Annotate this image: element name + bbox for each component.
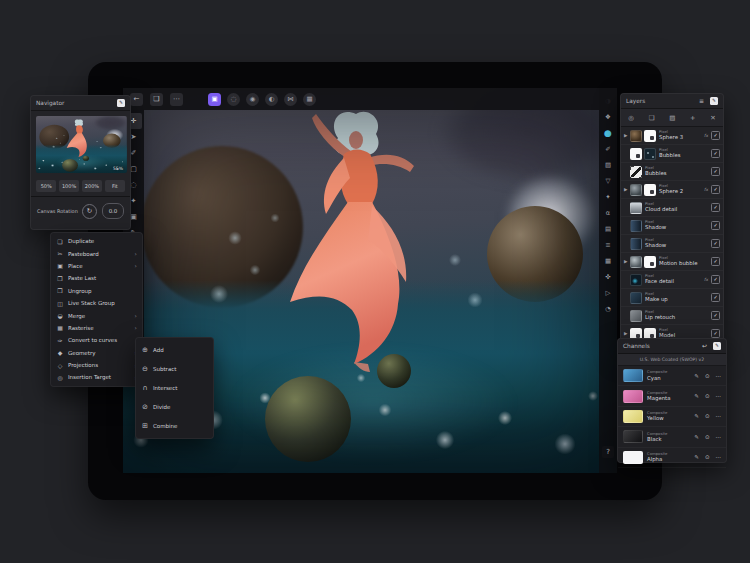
channel-row[interactable]: Composite Alpha ✎ ⊙ ⋯	[618, 448, 726, 468]
studio-icon[interactable]: ✜	[601, 271, 615, 283]
help-button[interactable]: ?	[602, 446, 614, 458]
detach-panel-icon[interactable]: ✎	[117, 99, 125, 107]
layer-thumbnail[interactable]	[630, 184, 642, 196]
zoom-button[interactable]: Fit	[105, 180, 125, 192]
channel-row[interactable]: Composite Magenta ✎ ⊙ ⋯	[618, 386, 726, 406]
submenu-item[interactable]: ⊖ Subtract	[136, 359, 213, 378]
menu-item[interactable]: ▦ Rasterise ›	[51, 322, 142, 334]
menu-item[interactable]: ▣ Place ›	[51, 260, 142, 272]
channel-edit-icon[interactable]: ✎	[694, 413, 699, 419]
layer-thumbnail[interactable]	[644, 148, 656, 160]
layers-toolbar-icon[interactable]: ◎	[628, 114, 634, 122]
layer-thumbnail[interactable]	[630, 130, 642, 142]
layer-thumbnail[interactable]	[630, 274, 642, 286]
document-icon[interactable]: ❑	[150, 93, 163, 106]
rotate-canvas-icon[interactable]: ↻	[82, 204, 97, 219]
layer-visibility-checkbox[interactable]: ✓	[711, 131, 720, 140]
studio-icon[interactable]: ▷	[601, 287, 615, 299]
layer-visibility-checkbox[interactable]: ✓	[711, 221, 720, 230]
studio-icon[interactable]: ≡	[601, 239, 615, 251]
layers-toolbar-icon[interactable]: +	[690, 114, 695, 122]
more-options-icon[interactable]: ⋯	[170, 93, 183, 106]
back-icon[interactable]: ←	[130, 93, 143, 106]
zoom-button[interactable]: 100%	[59, 180, 79, 192]
channel-more-icon[interactable]: ⋯	[716, 373, 722, 379]
submenu-item[interactable]: ∩ Intersect	[136, 378, 213, 397]
channel-edit-icon[interactable]: ✎	[694, 373, 699, 379]
studio-icon[interactable]: ✦	[601, 191, 615, 203]
layer-visibility-checkbox[interactable]: ✓	[711, 149, 720, 158]
layer-visibility-checkbox[interactable]: ✓	[711, 275, 720, 284]
layer-row[interactable]: ▶ Pixel Lip retouch fx ✓	[621, 307, 723, 325]
layer-row[interactable]: ▶ Pixel Face detail fx ✓	[621, 271, 723, 289]
layer-thumbnail[interactable]	[630, 256, 642, 268]
channel-visibility-icon[interactable]: ⊙	[705, 413, 710, 419]
studio-icon[interactable]: ▤	[601, 223, 615, 235]
channel-edit-icon[interactable]: ✎	[694, 454, 699, 460]
layer-visibility-checkbox[interactable]: ✓	[711, 311, 720, 320]
menu-item[interactable]: ◇ Projections ›	[51, 359, 142, 371]
layer-visibility-checkbox[interactable]: ✓	[711, 203, 720, 212]
layer-row[interactable]: ▶ Pixel Bubbles fx ✓	[621, 163, 723, 181]
layer-row[interactable]: ▶ Pixel Make up fx ✓	[621, 289, 723, 307]
channel-edit-icon[interactable]: ✎	[694, 434, 699, 440]
layer-row[interactable]: ▶ Pixel Sphere 2 fx ✓	[621, 181, 723, 199]
persona-icon[interactable]: ⋈	[284, 93, 297, 106]
channel-visibility-icon[interactable]: ⊙	[705, 454, 710, 460]
layer-thumbnail[interactable]	[630, 166, 642, 178]
channel-row[interactable]: Composite Cyan ✎ ⊙ ⋯	[618, 366, 726, 386]
zoom-button[interactable]: 200%	[82, 180, 102, 192]
layer-visibility-checkbox[interactable]: ✓	[711, 167, 720, 176]
channel-row[interactable]: Composite Black ✎ ⊙ ⋯	[618, 427, 726, 447]
channel-more-icon[interactable]: ⋯	[716, 393, 722, 399]
menu-item[interactable]: ◫ Live Stack Group ›	[51, 297, 142, 309]
layer-thumbnail[interactable]	[644, 256, 656, 268]
layer-row[interactable]: ▶ Pixel Bubbles fx ✓	[621, 145, 723, 163]
layer-thumbnail[interactable]	[630, 238, 642, 250]
layer-row[interactable]: ▶ Pixel Sphere 3 fx ✓	[621, 127, 723, 145]
layer-visibility-checkbox[interactable]: ✓	[711, 293, 720, 302]
zoom-button[interactable]: 50%	[36, 180, 56, 192]
layers-toolbar-icon[interactable]: ✕	[710, 114, 715, 122]
studio-icon[interactable]: ◔	[601, 303, 615, 315]
layer-thumbnail[interactable]	[644, 130, 656, 142]
layer-thumbnail[interactable]	[630, 202, 642, 214]
submenu-item[interactable]: ⊘ Divide	[136, 398, 213, 417]
submenu-item[interactable]: ⊞ Combine	[136, 417, 213, 436]
menu-item[interactable]: ❒ Ungroup ›	[51, 285, 142, 297]
studio-icon[interactable]: ❖	[601, 111, 615, 123]
menu-item[interactable]: ✂ Pasteboard ›	[51, 247, 142, 259]
channel-visibility-icon[interactable]: ⊙	[705, 434, 710, 440]
layer-row[interactable]: ▶ Pixel Shadow fx ✓	[621, 217, 723, 235]
persona-icon[interactable]: ◐	[265, 93, 278, 106]
layers-toolbar-icon[interactable]: ▨	[669, 114, 675, 122]
layers-menu-icon[interactable]: ≡	[697, 97, 706, 105]
layer-thumbnail[interactable]	[630, 310, 642, 322]
persona-icon[interactable]: ◌	[227, 93, 240, 106]
layer-row[interactable]: ▶ Pixel Motion bubble fx ✓	[621, 253, 723, 271]
studio-icon[interactable]: ▨	[601, 159, 615, 171]
persona-icon[interactable]: ◉	[246, 93, 259, 106]
menu-item[interactable]: ◎ Insertion Target ›	[51, 371, 142, 383]
channel-edit-icon[interactable]: ✎	[694, 393, 699, 399]
studio-icon[interactable]: ▦	[601, 255, 615, 267]
channel-more-icon[interactable]: ⋯	[716, 434, 722, 440]
menu-item[interactable]: ◆ Geometry ›	[51, 347, 142, 359]
channel-more-icon[interactable]: ⋯	[716, 413, 722, 419]
studio-icon[interactable]: ▽	[601, 175, 615, 187]
detach-panel-icon[interactable]: ✎	[710, 97, 718, 105]
channel-visibility-icon[interactable]: ⊙	[705, 393, 710, 399]
layer-row[interactable]: ▶ Pixel Cloud detail fx ✓	[621, 199, 723, 217]
channel-row[interactable]: Composite Yellow ✎ ⊙ ⋯	[618, 407, 726, 427]
layer-visibility-checkbox[interactable]: ✓	[711, 239, 720, 248]
persona-icon[interactable]: ▣	[208, 93, 221, 106]
navigator-thumbnail[interactable]: 55%	[36, 116, 125, 173]
detach-panel-icon[interactable]: ✎	[713, 342, 721, 350]
menu-item[interactable]: ✑ Convert to curves ›	[51, 334, 142, 346]
channel-more-icon[interactable]: ⋯	[716, 454, 722, 460]
layer-visibility-checkbox[interactable]: ✓	[711, 185, 720, 194]
menu-item[interactable]: ◒ Merge ›	[51, 309, 142, 321]
layer-thumbnail[interactable]	[630, 292, 642, 304]
layer-row[interactable]: ▶ Pixel Shadow fx ✓	[621, 235, 723, 253]
layer-visibility-checkbox[interactable]: ✓	[711, 329, 720, 338]
